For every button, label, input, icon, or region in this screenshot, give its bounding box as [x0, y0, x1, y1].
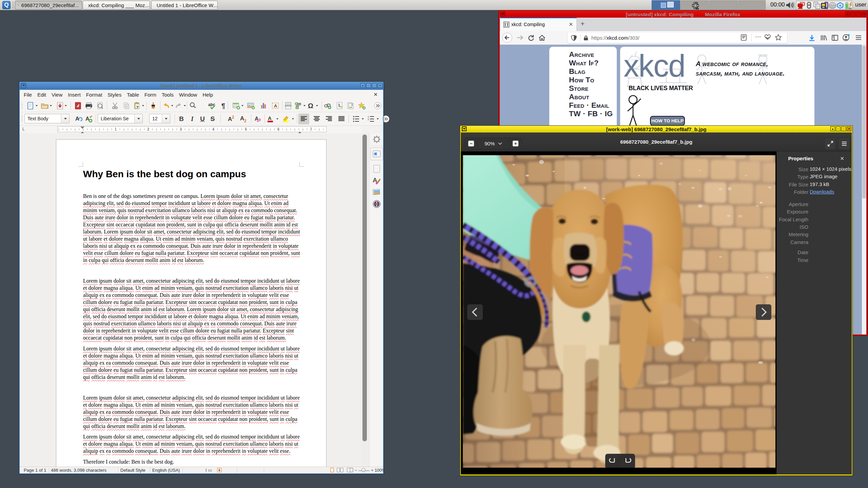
svg-text:A: A — [240, 115, 244, 122]
svg-text:i: i — [352, 103, 353, 107]
svg-text:A: A — [268, 115, 272, 121]
svg-text:2: 2 — [368, 118, 369, 121]
svg-text:00: 00 — [849, 7, 852, 9]
svg-text:¶: ¶ — [221, 102, 225, 109]
svg-text:2: 2 — [244, 119, 246, 123]
svg-text:Ω: Ω — [308, 102, 313, 109]
svg-text:2: 2 — [232, 115, 234, 120]
svg-text:A: A — [274, 103, 277, 108]
svg-text:A: A — [228, 116, 232, 122]
